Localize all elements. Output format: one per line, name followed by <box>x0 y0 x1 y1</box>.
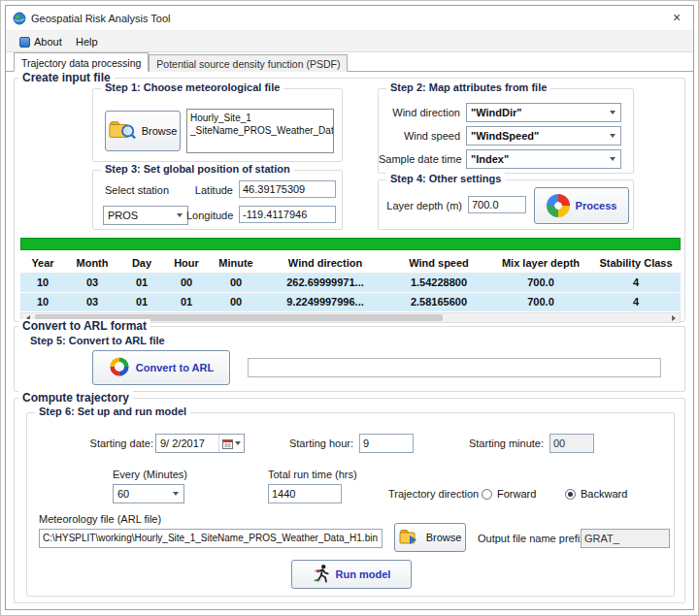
process-button[interactable]: Process <box>534 187 629 224</box>
table-cell: 00 <box>209 293 263 311</box>
table-row[interactable]: 10 03 01 00 00 262.69999971... 1.5422880… <box>20 274 681 293</box>
total-run-time-label: Total run time (hrs) <box>268 469 357 480</box>
table-cell: 9.2249997996... <box>263 293 387 311</box>
tab-trajectory-data-processing[interactable]: Trajectory data processing <box>14 52 149 72</box>
pinwheel-icon <box>547 194 570 217</box>
starting-date-picker[interactable]: 9/ 2/2017 <box>155 434 245 453</box>
table-cell: 01 <box>164 293 209 311</box>
table-header-cell: Hour <box>164 254 209 273</box>
browse-met-file-button[interactable]: Browse <box>105 111 181 151</box>
latitude-label: Latitude <box>186 184 233 196</box>
create-input-file-group: Create input file Step 1: Choose meteoro… <box>14 78 685 322</box>
starting-hour-field[interactable]: 9 <box>359 434 414 453</box>
met-file-line1: Hourly_Site_1 <box>190 112 330 124</box>
radio-backward-circle <box>565 489 576 500</box>
compute-trajectory-title: Compute trajectory <box>18 391 133 405</box>
folder-arrow-icon <box>399 528 420 547</box>
wind-speed-label: Wind speed <box>379 130 460 142</box>
table-cell: 700.0 <box>490 293 591 311</box>
wind-direction-select[interactable]: "WindDir" <box>466 103 621 122</box>
sample-date-time-value: "Index" <box>471 153 607 165</box>
output-prefix-label: Output file name prefix <box>478 533 585 544</box>
table-header-row: Year Month Day Hour Minute Wind directio… <box>20 254 681 274</box>
close-icon[interactable]: × <box>660 6 693 30</box>
station-value: PROS <box>108 210 174 221</box>
table-header-cell: Month <box>65 254 119 273</box>
chevron-down-icon <box>610 157 616 161</box>
table-cell: 03 <box>65 274 119 292</box>
table-cell: 700.0 <box>490 274 591 292</box>
table-row[interactable]: 10 03 01 01 00 9.2249997996... 2.5816560… <box>20 293 681 312</box>
every-minutes-select[interactable]: 60 <box>113 484 184 503</box>
titlebar: Geospatial Risk Analysis Tool × <box>6 6 693 31</box>
menu-help[interactable]: Help <box>68 31 106 52</box>
table-cell: 1.54228800 <box>387 274 490 292</box>
met-arl-file-label: Meteorology file (ARL file) <box>39 513 161 525</box>
convert-to-arl-button[interactable]: Convert to ARL <box>92 350 230 385</box>
starting-date-label: Starting date: <box>76 438 153 449</box>
tab-psdf[interactable]: Potential source density function (PSDF) <box>149 54 348 73</box>
table-header-cell: Year <box>20 254 65 273</box>
chevron-down-icon <box>610 111 616 114</box>
every-minutes-value: 60 <box>117 488 170 500</box>
table-cell: 4 <box>591 293 681 311</box>
longitude-label: Longitude <box>186 210 233 221</box>
table-cell: 10 <box>20 293 65 311</box>
starting-minute-label: Starting minute: <box>447 438 544 449</box>
radio-backward[interactable]: Backward <box>565 487 627 501</box>
every-minutes-label: Every (Minutes) <box>113 469 187 480</box>
step5-title: Step 5: Convert to ARL file <box>30 335 165 346</box>
step6-group: Step 6: Set up and run model Starting da… <box>26 412 675 597</box>
longitude-field[interactable]: -119.4117946 <box>239 206 336 223</box>
chevron-down-icon <box>235 441 241 445</box>
chevron-down-icon <box>177 213 183 217</box>
table-cell: 2.58165600 <box>387 293 490 311</box>
create-input-file-title: Create input file <box>18 71 115 84</box>
met-file-line2: _SiteName_PROS_Weather_Data.csv <box>190 124 330 137</box>
starting-date-value: 9/ 2/2017 <box>160 438 218 449</box>
step3-group: Step 3: Set global position of station S… <box>92 170 343 230</box>
tab-page: Create input file Step 1: Choose meteoro… <box>6 72 693 609</box>
menu-about-label: About <box>34 31 62 52</box>
run-model-button[interactable]: Run model <box>291 560 412 589</box>
table-cell: 01 <box>119 274 164 292</box>
sample-date-time-select[interactable]: "Index" <box>466 149 621 169</box>
calendar-dropdown[interactable] <box>218 435 244 452</box>
select-station-label: Select station <box>105 184 169 196</box>
table-header-cell: Day <box>119 254 164 273</box>
total-run-time-field[interactable]: 1440 <box>268 484 342 503</box>
radio-forward[interactable]: Forward <box>482 487 536 501</box>
table-header-cell: Stability Class <box>591 254 681 273</box>
latitude-field[interactable]: 46.39175309 <box>239 180 336 198</box>
compute-trajectory-group: Compute trajectory Step 6: Set up and ru… <box>14 398 685 603</box>
table-header-cell: Mix layer depth <box>490 254 591 273</box>
convert-progress-bar <box>248 358 661 377</box>
table-cell: 262.69999971... <box>263 274 387 292</box>
weather-data-table: Year Month Day Hour Minute Wind directio… <box>20 254 681 312</box>
met-arl-file-field[interactable]: C:\HYSPLIT\working\Hourly_Site_1_SiteNam… <box>39 529 383 548</box>
step2-title: Step 2: Map attributes from file <box>386 81 550 93</box>
menu-about[interactable]: About <box>12 31 70 52</box>
convert-arl-title: Convert to ARL format <box>18 319 150 333</box>
table-cell: 10 <box>20 274 65 292</box>
table-cell: 01 <box>119 293 164 311</box>
browse-met-file-label: Browse <box>142 125 178 137</box>
window-title: Geospatial Risk Analysis Tool <box>31 13 170 24</box>
table-cell: 03 <box>65 293 119 311</box>
output-prefix-field[interactable]: GRAT_ <box>581 529 670 548</box>
layer-depth-field[interactable]: 700.0 <box>468 196 526 213</box>
app-window: Geospatial Risk Analysis Tool × About He… <box>5 5 694 610</box>
step2-group: Step 2: Map attributes from file Wind di… <box>378 88 634 174</box>
station-select[interactable]: PROS <box>103 206 188 225</box>
scroll-right-icon[interactable] <box>667 313 680 322</box>
wind-speed-select[interactable]: "WindSpeed" <box>466 126 621 146</box>
step6-title: Step 6: Set up and run model <box>35 405 190 417</box>
layer-depth-label: Layer depth (m) <box>379 200 462 211</box>
starting-minute-field[interactable]: 00 <box>549 434 594 453</box>
table-header-cell: Wind speed <box>387 254 490 273</box>
convert-arl-group: Convert to ARL format Step 5: Convert to… <box>14 326 685 392</box>
process-label: Process <box>576 200 617 211</box>
chevron-down-icon <box>610 134 616 138</box>
browse-arl-button[interactable]: Browse <box>394 523 466 552</box>
table-cell: 4 <box>591 274 681 292</box>
